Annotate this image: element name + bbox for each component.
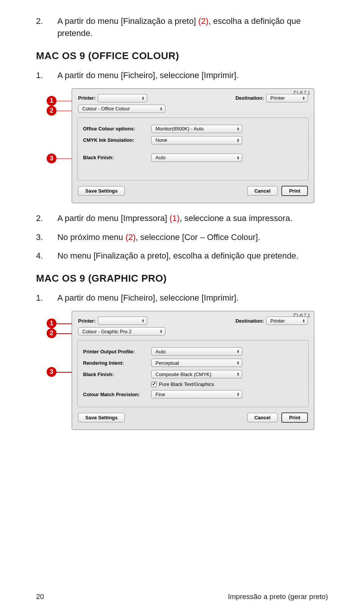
chevron-updown-icon: ▲▼ [156, 329, 163, 333]
callout-badge-3: 3 [47, 154, 56, 163]
cancel-button[interactable]: Cancel [247, 186, 278, 196]
step-ref: (1) [169, 213, 180, 223]
printer-output-profile-popup[interactable]: Auto ▲▼ [151, 347, 242, 356]
chevron-updown-icon: ▲▼ [233, 156, 240, 160]
chevron-updown-icon: ▲▼ [233, 350, 240, 353]
destination-value: Printer [270, 318, 285, 324]
option-value: Fine [155, 392, 165, 397]
step-number: 2. [36, 212, 55, 224]
option-label: Black Finish: [83, 372, 151, 377]
printer-label: Printer: [78, 95, 96, 101]
instruction-step: 1. A partir do menu [Ficheiro], seleccio… [36, 69, 328, 82]
instruction-step: 3. No próximo menu (2), seleccione [Cor … [36, 231, 328, 243]
chevron-updown-icon: ▲▼ [233, 361, 240, 365]
option-row: Colour Match Precision: Fine ▲▼ [83, 390, 303, 398]
option-value: Monitor(6500K) - Auto [155, 126, 204, 132]
step-text: A partir do menu [Ficheiro], seleccione … [57, 69, 326, 82]
chevron-updown-icon: ▲▼ [138, 96, 144, 100]
printer-label: Printer: [78, 318, 96, 324]
option-label: Office Colour options: [83, 126, 151, 132]
print-dialog-office: Z1-8.7.1 Printer: ▲▼ Destination: Printe… [72, 88, 314, 203]
option-row: Rendering Intent: Perceptual ▲▼ [83, 359, 303, 367]
instruction-step: 1. A partir do menu [Ficheiro], seleccio… [36, 292, 328, 304]
printer-popup[interactable]: ▲▼ [98, 317, 147, 325]
option-label: Colour Match Precision: [83, 392, 151, 397]
chevron-updown-icon: ▲▼ [233, 392, 240, 396]
save-settings-button[interactable]: Save Settings [78, 413, 125, 422]
option-label: Rendering Intent: [83, 360, 151, 366]
section-heading-graphic: MAC OS 9 (GRAPHIC PRO) [36, 273, 328, 284]
step-ref: (2) [198, 16, 209, 26]
instruction-step: 2. A partir do menu [Impressora] (1), se… [36, 212, 328, 224]
step-text: A partir do menu [Finalização a preto] (… [57, 15, 326, 39]
step-text-a: No próximo menu [57, 232, 126, 242]
cancel-button[interactable]: Cancel [247, 413, 278, 422]
page-footer: 20 Impressão a preto (gerar preto) [36, 593, 328, 601]
option-row: Printer Output Profile: Auto ▲▼ [83, 347, 303, 356]
dialog-button-row: Save Settings Cancel Print [72, 186, 314, 196]
option-label: Printer Output Profile: [83, 349, 151, 354]
printer-popup[interactable]: ▲▼ [98, 94, 147, 102]
step-number: 1. [36, 292, 55, 304]
destination-popup[interactable]: Printer ▲▼ [266, 94, 308, 102]
printer-row: Printer: ▲▼ Destination: Printer ▲▼ [72, 92, 314, 105]
option-value: Auto [155, 155, 166, 160]
step-text: A partir do menu [Impressora] (1), selec… [57, 212, 326, 224]
cmyk-ink-simulation-popup[interactable]: None ▲▼ [151, 136, 242, 144]
print-dialog-graphic: Z1-8.7.1 Printer: ▲▼ Destination: Printe… [72, 311, 314, 430]
dialog-figure-office: 1 2 3 Z1-8.7.1 Printer: ▲▼ Destination: … [47, 88, 328, 203]
printer-row: Printer: ▲▼ Destination: Printer ▲▼ [72, 314, 314, 327]
callout-badge-1: 1 [47, 96, 56, 106]
option-row: CMYK Ink Simulation: None ▲▼ [83, 136, 303, 144]
callout-badge-3: 3 [47, 367, 56, 377]
dialog-figure-graphic: 1 2 3 Z1-8.7.1 Printer: ▲▼ Destination: … [47, 311, 328, 430]
step-text-a: A partir do menu [Finalização a preto] [57, 16, 198, 26]
dialog-button-row: Save Settings Cancel Print [72, 412, 314, 423]
footer-title: Impressão a preto (gerar preto) [228, 593, 328, 601]
option-label: Black Finish: [83, 155, 151, 160]
panel-select-popup[interactable]: Colour - Office Colour ▲▼ [78, 105, 165, 113]
black-finish-popup[interactable]: Composite Black (CMYK) ▲▼ [151, 370, 242, 378]
option-row: Office Colour options: Monitor(6500K) - … [83, 125, 303, 133]
chevron-updown-icon: ▲▼ [138, 319, 144, 323]
step-number: 3. [36, 231, 55, 243]
chevron-updown-icon: ▲▼ [298, 319, 305, 323]
destination-popup[interactable]: Printer ▲▼ [266, 317, 308, 325]
rendering-intent-popup[interactable]: Perceptual ▲▼ [151, 359, 242, 367]
step-text-a: A partir do menu [Impressora] [57, 213, 169, 223]
step-text-b: , seleccione a sua impressora. [180, 213, 292, 223]
checkbox-label: Pure Black Text/Graphics [159, 381, 214, 387]
instruction-step: 2. A partir do menu [Finalização a preto… [36, 15, 328, 39]
option-row: Black Finish: Composite Black (CMYK) ▲▼ [83, 370, 303, 378]
chevron-updown-icon: ▲▼ [298, 96, 305, 100]
section-heading-office: MAC OS 9 (OFFICE COLOUR) [36, 50, 328, 62]
chevron-updown-icon: ▲▼ [233, 138, 240, 142]
step-text: A partir do menu [Ficheiro], seleccione … [57, 292, 326, 304]
save-settings-button[interactable]: Save Settings [78, 186, 125, 196]
option-value: Auto [155, 349, 166, 354]
step-number: 2. [36, 15, 55, 27]
step-text: No próximo menu (2), seleccione [Cor – O… [57, 231, 326, 243]
pure-black-checkbox[interactable] [151, 382, 157, 387]
print-button[interactable]: Print [281, 412, 308, 423]
panel-select-value: Colour - Office Colour [82, 106, 130, 111]
option-value: None [155, 137, 167, 143]
destination-label: Destination: [235, 95, 264, 101]
callout-badge-1: 1 [47, 318, 56, 328]
print-button[interactable]: Print [281, 186, 308, 196]
step-number: 1. [36, 69, 55, 82]
page-number: 20 [36, 593, 44, 601]
chevron-updown-icon: ▲▼ [233, 372, 240, 376]
black-finish-popup[interactable]: Auto ▲▼ [151, 154, 242, 162]
step-number: 4. [36, 250, 55, 262]
option-value: Perceptual [155, 360, 179, 366]
step-ref: (2) [126, 232, 136, 242]
panel-select-popup[interactable]: Colour - Graphic Pro 2 ▲▼ [78, 327, 165, 336]
options-panel: Office Colour options: Monitor(6500K) - … [77, 118, 309, 180]
panel-select-value: Colour - Graphic Pro 2 [82, 329, 132, 334]
office-colour-options-popup[interactable]: Monitor(6500K) - Auto ▲▼ [151, 125, 242, 133]
destination-value: Printer [270, 95, 285, 101]
colour-match-precision-popup[interactable]: Fine ▲▼ [151, 390, 242, 398]
instruction-step: 4. No menu [Finalização a preto], escolh… [36, 250, 328, 262]
checkbox-row: Pure Black Text/Graphics [83, 381, 303, 387]
